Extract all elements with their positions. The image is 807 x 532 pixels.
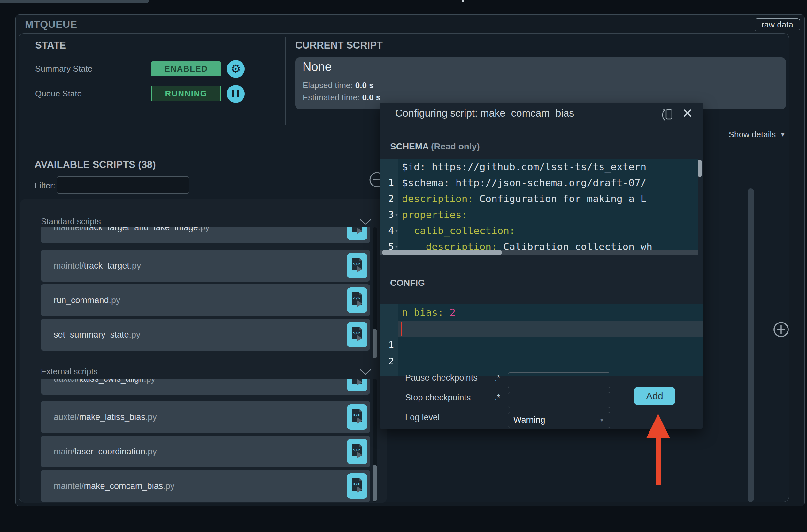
script-name: run_command.py — [54, 284, 120, 316]
raw-data-button[interactable]: raw data — [755, 18, 800, 31]
script-list-item[interactable]: maintel/track_target_and_take_image.py <… — [41, 227, 370, 243]
launch-script-button[interactable]: </> — [347, 287, 368, 313]
launch-script-button[interactable]: </> — [347, 473, 368, 499]
fold-caret-icon[interactable] — [395, 246, 398, 248]
script-file-play-icon: </> — [351, 326, 363, 343]
standard-scripts-chevron-icon[interactable] — [359, 218, 372, 225]
script-file-play-icon: </> — [351, 409, 363, 425]
page-title: MTQUEUE — [25, 19, 77, 30]
elapsed-time: Elapsed time: 0.0 s — [303, 80, 374, 90]
script-list-item[interactable]: main/laser_coordination.py </> — [41, 436, 370, 468]
stop-checkpoints-label: Stop checkpoints — [405, 393, 471, 403]
dropdown-arrow-icon: ▼ — [599, 417, 604, 423]
script-list-item[interactable]: auxtel/make_latiss_bias.py </> — [41, 401, 370, 433]
add-button[interactable]: Add — [634, 387, 675, 405]
pause-icon — [232, 90, 239, 97]
filter-input[interactable] — [57, 176, 189, 193]
external-scripts-chevron-icon[interactable] — [359, 368, 372, 376]
active-line-highlight — [398, 321, 702, 337]
filter-label: Filter: — [35, 181, 55, 191]
schema-horizontal-scrollbar-track[interactable] — [380, 250, 698, 255]
schema-code-line: 4 properties: — [380, 207, 698, 223]
standard-scripts-list: maintel/track_target_and_take_image.py <… — [41, 227, 370, 358]
summary-state-settings-button[interactable]: ⚙ — [227, 60, 245, 78]
detach-view-icon[interactable] — [660, 108, 674, 123]
script-file-play-icon: </> — [351, 292, 363, 308]
text-cursor — [401, 322, 402, 336]
browser-tab-remnant — [0, 0, 149, 3]
state-divider — [285, 37, 286, 125]
stop-checkpoints-input[interactable] — [508, 392, 610, 408]
schema-code-line: 2 $schema: http://json-schema.org/draft-… — [380, 175, 698, 191]
summary-state-label: Summary State — [35, 64, 92, 74]
config-code-line[interactable]: 2 — [380, 321, 702, 337]
config-heading: CONFIG — [390, 278, 425, 288]
pause-checkpoints-label: Pause checkpoints — [405, 373, 477, 383]
schema-code-line: 3 description: Configuration for making … — [380, 191, 698, 207]
launch-script-button[interactable]: </> — [347, 439, 368, 464]
svg-text:</>: </> — [353, 482, 360, 486]
config-editor[interactable]: 1 n_bias: 2 2 — [380, 304, 702, 376]
schema-code-line: 1 $id: https://github.com/lsst-ts/ts_ext… — [380, 159, 698, 175]
current-script-heading: CURRENT SCRIPT — [295, 40, 383, 51]
log-level-select[interactable]: Warning ▼ — [508, 412, 610, 428]
svg-text:</>: </> — [353, 379, 360, 379]
script-list-item[interactable]: run_command.py </> — [41, 284, 370, 316]
chevron-down-icon: ▼ — [780, 131, 786, 138]
close-icon[interactable]: × — [679, 104, 695, 121]
script-name: set_summary_state.py — [54, 319, 140, 350]
log-level-label: Log level — [405, 413, 439, 422]
pause-queue-button[interactable] — [227, 85, 245, 103]
script-name: auxtel/make_latiss_bias.py — [54, 401, 157, 433]
script-list-item[interactable]: auxtel/latiss_cwfs_align.py </> — [41, 379, 370, 395]
fold-caret-icon[interactable] — [395, 230, 398, 232]
estimated-time: Estimated time: 0.0 s — [303, 93, 380, 102]
script-file-play-icon: </> — [351, 258, 363, 274]
script-file-play-icon: </> — [351, 443, 363, 460]
schema-code-line: 5 calib_collection: — [380, 223, 698, 239]
log-level-value: Warning — [513, 415, 545, 425]
current-script-name: None — [303, 60, 332, 74]
show-details-toggle[interactable]: Show details ▼ — [712, 130, 786, 139]
svg-text:</>: </> — [353, 448, 360, 452]
standard-scrollbar-thumb[interactable] — [373, 329, 377, 358]
script-list-item[interactable]: maintel/make_comcam_bias.py </> — [41, 470, 370, 502]
schema-vertical-scrollbar-thumb[interactable] — [698, 160, 701, 177]
queue-panel-scrollbar[interactable] — [748, 188, 754, 502]
state-heading: STATE — [35, 40, 66, 51]
red-arrow-annotation — [645, 413, 671, 486]
svg-text:</>: </> — [353, 330, 360, 335]
available-scripts-heading: AVAILABLE SCRIPTS (38) — [35, 159, 156, 171]
launch-script-button[interactable]: </> — [347, 322, 368, 347]
stop-checkpoints-suffix: .* — [494, 393, 500, 403]
pause-checkpoints-suffix: .* — [494, 373, 500, 383]
fold-caret-icon[interactable] — [395, 214, 398, 216]
script-name: maintel/track_target_and_take_image.py — [54, 227, 210, 243]
config-code-line[interactable]: 1 n_bias: 2 — [380, 304, 702, 321]
script-file-play-icon: </> — [351, 478, 363, 494]
configure-script-modal: Configuring script: make_comcam_bias × S… — [380, 102, 702, 429]
add-script-plus-icon[interactable] — [773, 321, 789, 338]
script-name: maintel/make_comcam_bias.py — [54, 470, 174, 502]
summary-state-badge: ENABLED — [151, 61, 221, 76]
launch-script-button[interactable]: </> — [347, 253, 368, 279]
launch-script-button[interactable]: </> — [347, 379, 368, 392]
launch-script-button[interactable]: </> — [347, 404, 368, 430]
pause-checkpoints-input[interactable] — [508, 372, 610, 388]
launch-script-button[interactable]: </> — [347, 227, 368, 240]
top-edge-glyph — [462, 0, 464, 2]
external-scrollbar-thumb[interactable] — [373, 465, 377, 501]
screen: MTQUEUE raw data STATE Summary State ENA… — [0, 0, 807, 532]
svg-text:</>: </> — [353, 227, 360, 228]
standard-scripts-label: Standard scripts — [41, 216, 101, 226]
script-file-play-icon: </> — [351, 227, 363, 236]
script-list-item[interactable]: set_summary_state.py </> — [41, 319, 370, 350]
script-name: maintel/track_target.py — [54, 250, 141, 282]
script-list-item[interactable]: maintel/track_target.py </> — [41, 250, 370, 282]
script-name: auxtel/latiss_cwfs_align.py — [54, 379, 155, 395]
schema-horizontal-scrollbar-thumb[interactable] — [382, 250, 502, 255]
modal-title: Configuring script: make_comcam_bias — [395, 107, 574, 119]
external-scripts-list: auxtel/latiss_cwfs_align.py </> auxtel/m… — [41, 379, 370, 502]
schema-heading: SCHEMA (Read only) — [390, 141, 480, 152]
script-file-play-icon: </> — [351, 379, 363, 387]
